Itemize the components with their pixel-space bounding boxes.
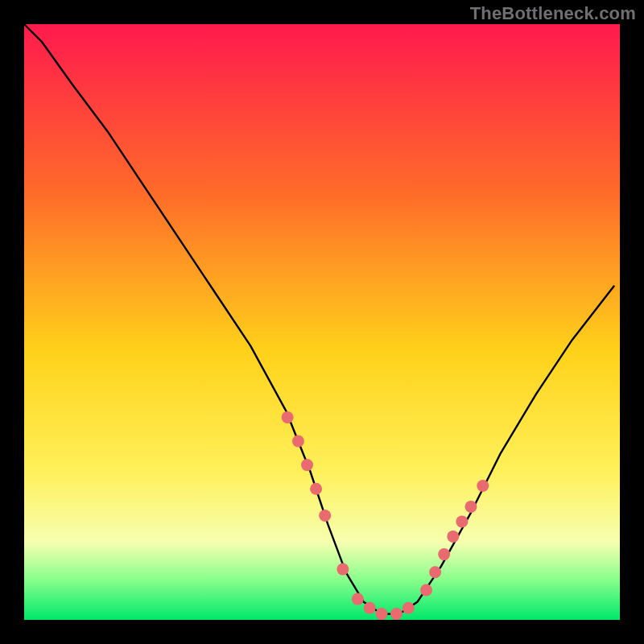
marker-point (319, 510, 331, 522)
marker-point (364, 602, 376, 614)
marker-point (352, 593, 364, 605)
marker-point (402, 602, 415, 614)
marker-point (336, 564, 349, 576)
marker-point (420, 584, 432, 597)
marker-point (310, 483, 322, 495)
marker-point (447, 530, 459, 543)
plot-area (24, 24, 620, 620)
marker-point (456, 515, 468, 527)
marker-point (390, 608, 402, 620)
marker-point (376, 608, 388, 620)
marker-point (477, 480, 489, 492)
chart-container: TheBottleneck.com (0, 0, 644, 644)
marker-point (438, 548, 450, 560)
chart-svg (0, 0, 644, 644)
marker-point (282, 411, 294, 423)
gradient-background (24, 24, 620, 620)
marker-point (465, 501, 477, 513)
watermark-text: TheBottleneck.com (470, 3, 636, 24)
marker-point (292, 436, 304, 448)
marker-point (429, 566, 441, 578)
marker-point (301, 459, 313, 471)
